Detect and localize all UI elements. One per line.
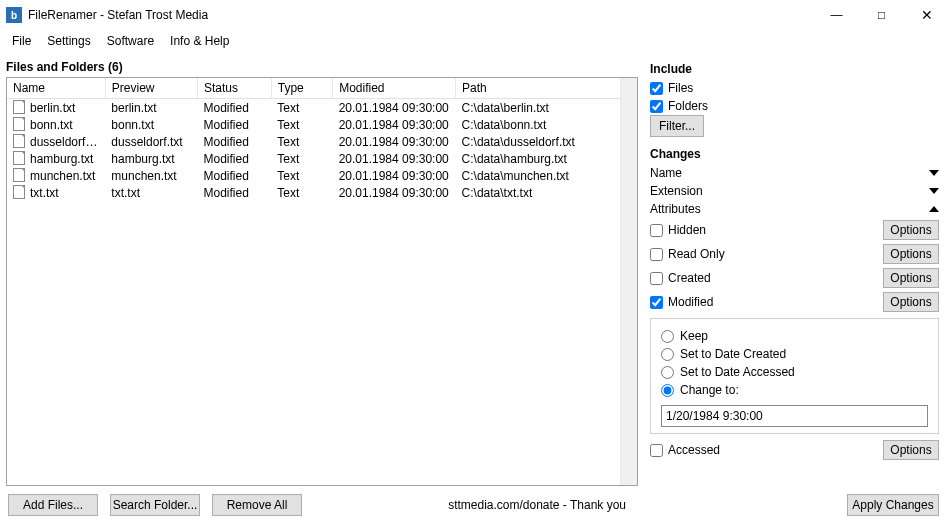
- changes-attributes-row[interactable]: Attributes: [650, 202, 939, 216]
- menu-settings[interactable]: Settings: [39, 34, 98, 48]
- file-icon: [13, 151, 25, 165]
- file-icon: [13, 185, 25, 199]
- col-status[interactable]: Status: [197, 78, 271, 99]
- readonly-check[interactable]: Read Only: [650, 247, 725, 261]
- menu-info[interactable]: Info & Help: [162, 34, 237, 48]
- footer-message: sttmedia.com/donate - Thank you: [448, 498, 626, 512]
- apply-changes-button[interactable]: Apply Changes: [847, 494, 939, 516]
- close-button[interactable]: ✕: [904, 0, 949, 30]
- modified-options-button[interactable]: Options: [883, 292, 939, 312]
- file-icon: [13, 100, 25, 114]
- created-options-button[interactable]: Options: [883, 268, 939, 288]
- minimize-button[interactable]: ―: [814, 0, 859, 30]
- created-check[interactable]: Created: [650, 271, 711, 285]
- col-name[interactable]: Name: [7, 78, 105, 99]
- accessed-options-button[interactable]: Options: [883, 440, 939, 460]
- menu-software[interactable]: Software: [99, 34, 162, 48]
- menu-bar: File Settings Software Info & Help: [0, 30, 949, 52]
- col-path[interactable]: Path: [456, 78, 622, 99]
- table-row[interactable]: dusseldorf.txtdusseldorf.txtModifiedText…: [7, 133, 622, 150]
- col-preview[interactable]: Preview: [105, 78, 197, 99]
- table-row[interactable]: berlin.txtberlin.txtModifiedText20.01.19…: [7, 99, 622, 117]
- radio-set-created[interactable]: Set to Date Created: [661, 347, 928, 361]
- modified-options-panel: Keep Set to Date Created Set to Date Acc…: [650, 318, 939, 434]
- radio-set-accessed[interactable]: Set to Date Accessed: [661, 365, 928, 379]
- hidden-options-button[interactable]: Options: [883, 220, 939, 240]
- change-to-input[interactable]: [661, 405, 928, 427]
- col-modified[interactable]: Modified: [333, 78, 456, 99]
- changes-heading: Changes: [650, 147, 939, 161]
- changes-extension-row[interactable]: Extension: [650, 184, 939, 198]
- include-heading: Include: [650, 62, 939, 76]
- app-icon: b: [6, 7, 22, 23]
- file-icon: [13, 134, 25, 148]
- file-icon: [13, 168, 25, 182]
- title-bar: b FileRenamer - Stefan Trost Media ― □ ✕: [0, 0, 949, 30]
- radio-change-to[interactable]: Change to:: [661, 383, 928, 397]
- add-files-button[interactable]: Add Files...: [8, 494, 98, 516]
- maximize-button[interactable]: □: [859, 0, 904, 30]
- table-row[interactable]: hamburg.txthamburg.txtModifiedText20.01.…: [7, 150, 622, 167]
- window-title: FileRenamer - Stefan Trost Media: [28, 8, 208, 22]
- file-icon: [13, 117, 25, 131]
- table-row[interactable]: munchen.txtmunchen.txtModifiedText20.01.…: [7, 167, 622, 184]
- accessed-check[interactable]: Accessed: [650, 443, 720, 457]
- col-type[interactable]: Type: [271, 78, 332, 99]
- changes-name-row[interactable]: Name: [650, 166, 939, 180]
- files-heading: Files and Folders (6): [6, 60, 638, 74]
- include-files-check[interactable]: Files: [650, 81, 939, 95]
- search-folder-button[interactable]: Search Folder...: [110, 494, 200, 516]
- table-row[interactable]: bonn.txtbonn.txtModifiedText20.01.1984 0…: [7, 116, 622, 133]
- radio-keep[interactable]: Keep: [661, 329, 928, 343]
- hidden-check[interactable]: Hidden: [650, 223, 706, 237]
- chevron-up-icon: [929, 206, 939, 212]
- menu-file[interactable]: File: [4, 34, 39, 48]
- readonly-options-button[interactable]: Options: [883, 244, 939, 264]
- remove-all-button[interactable]: Remove All: [212, 494, 302, 516]
- chevron-down-icon: [929, 170, 939, 176]
- modified-check[interactable]: Modified: [650, 295, 713, 309]
- filter-button[interactable]: Filter...: [650, 115, 704, 137]
- table-row[interactable]: txt.txttxt.txtModifiedText20.01.1984 09:…: [7, 184, 622, 201]
- file-table: Name Preview Status Type Modified Path b…: [6, 77, 638, 486]
- include-folders-check[interactable]: Folders: [650, 99, 939, 113]
- chevron-down-icon: [929, 188, 939, 194]
